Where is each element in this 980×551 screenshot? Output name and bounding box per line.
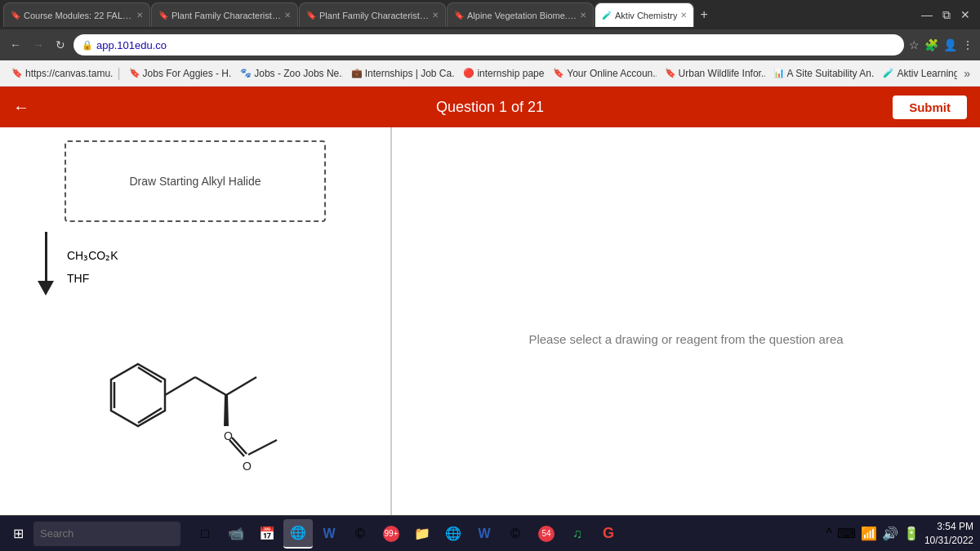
forward-nav-button[interactable]: → [29, 37, 47, 53]
submit-button[interactable]: Submit [893, 96, 967, 119]
back-arrow-button[interactable]: ← [13, 98, 29, 117]
reagent-2[interactable]: THF [67, 267, 118, 290]
system-tray-icon[interactable]: ^ [826, 527, 832, 541]
question-title: Question 1 of 21 [436, 99, 544, 116]
bookmark-jobs-aggies[interactable]: 🔖 Jobs For Aggies - H... [124, 66, 233, 81]
bookmark-icon: 🔖 [553, 68, 564, 78]
tab-icon: 🔖 [158, 11, 168, 20]
right-panel: Please select a drawing or reagent from … [392, 127, 980, 551]
bookmark-label: Urban Wildlife Infor... [679, 68, 765, 79]
menu-icon[interactable]: ⋮ [962, 38, 973, 51]
restore-button[interactable]: ⧉ [939, 7, 954, 24]
taskbar-clock[interactable]: 3:54 PM 10/31/2022 [924, 520, 973, 548]
taskbar-search-input[interactable] [33, 522, 180, 546]
benzene-ring [111, 364, 165, 426]
address-bar-icons: ☆ 🧩 👤 ⋮ [909, 38, 973, 51]
separator: | [117, 66, 120, 81]
tab-close-button[interactable]: ✕ [136, 11, 143, 20]
taskbar-app-chrome2[interactable]: © [501, 519, 530, 549]
tab-plant1[interactable]: 🔖 Plant Family Characteristics - ✕ [151, 2, 298, 27]
chain-c1 [165, 377, 195, 395]
chain-upper [226, 377, 256, 395]
bookmark-icon: 🧪 [883, 68, 894, 78]
refresh-button[interactable]: ↻ [52, 37, 69, 53]
taskbar-app-chrome[interactable]: 🌐 [283, 519, 313, 549]
new-tab-button[interactable]: + [695, 7, 712, 22]
taskbar-app-video[interactable]: 📹 [221, 519, 251, 549]
bookmark-site-suitability[interactable]: 📊 A Site Suitability An... [768, 66, 875, 81]
tab-close-button[interactable]: ✕ [284, 11, 291, 20]
tab-label: Aktiv Chemistry [615, 11, 677, 20]
bookmark-zoo-jobs[interactable]: 🐾 Jobs - Zoo Jobs Ne... [235, 66, 342, 81]
bookmark-star-icon[interactable]: ☆ [909, 38, 920, 51]
tab-alpine[interactable]: 🔖 Alpine Vegetation Biome.pd ✕ [447, 2, 594, 27]
bookmarks-bar: 🔖 https://canvas.tamu... | 🔖 Jobs For Ag… [0, 60, 980, 87]
tab-aktiv-chemistry[interactable]: 🧪 Aktiv Chemistry ✕ [595, 2, 694, 27]
wedge-bond [224, 395, 229, 426]
minimize-button[interactable]: — [918, 7, 936, 23]
taskbar-app-word[interactable]: W [314, 519, 344, 549]
chain-c2 [195, 377, 226, 395]
taskbar-app-calendar[interactable]: 📅 [252, 519, 282, 549]
bookmark-icon: 🔖 [129, 68, 140, 78]
tab-bar: 🔖 Course Modules: 22 FALL RW ✕ 🔖 Plant F… [0, 0, 980, 29]
taskbar-app-word2[interactable]: W [470, 519, 499, 549]
back-nav-button[interactable]: ← [7, 37, 24, 53]
clock-time: 3:54 PM [924, 520, 973, 534]
bookmark-canvas[interactable]: 🔖 https://canvas.tamu... [7, 66, 114, 81]
bookmark-label: Internships | Job Ca... [365, 68, 456, 79]
bookmark-urban-wildlife[interactable]: 🔖 Urban Wildlife Infor... [660, 66, 765, 81]
taskbar-app-folder[interactable]: 📁 [408, 519, 437, 549]
arrow-head [38, 281, 54, 295]
taskbar-app-badge[interactable]: 99+ [376, 519, 406, 549]
reagent-1[interactable]: CH₃CO₂K [67, 244, 118, 267]
taskbar-app-spotify[interactable]: ♫ [563, 519, 592, 549]
product-area: O O [65, 322, 326, 485]
bookmarks-more-button[interactable]: » [960, 65, 973, 82]
carbonyl-oxygen-label: O [243, 460, 252, 473]
bookmark-internship-paper[interactable]: 🔴 internship paper [458, 66, 545, 81]
keyboard-icon[interactable]: ⌨ [837, 526, 856, 541]
tab-plant2[interactable]: 🔖 Plant Family Characteristics - ✕ [299, 2, 446, 27]
taskbar-app-number[interactable]: 54 [532, 519, 561, 549]
taskbar-app-google[interactable]: G [594, 519, 623, 549]
bookmark-icon: 🔖 [665, 68, 676, 78]
bookmark-internships[interactable]: 💼 Internships | Job Ca... [346, 66, 456, 81]
bookmark-icon: 🔴 [463, 68, 474, 78]
profile-icon[interactable]: 👤 [943, 38, 957, 51]
tab-close-button[interactable]: ✕ [680, 11, 687, 20]
taskbar-app-c[interactable]: © [345, 519, 375, 549]
bookmark-label: Your Online Accoun... [567, 68, 656, 79]
draw-box-label: Draw Starting Alkyl Halide [129, 175, 261, 188]
methyl-bond [248, 440, 277, 455]
bookmark-online-account[interactable]: 🔖 Your Online Accoun... [548, 66, 656, 81]
bookmark-icon: 📊 [773, 68, 785, 78]
bookmark-aktiv-learning[interactable]: 🧪 Aktiv Learning [878, 66, 957, 81]
window-controls: — ⧉ ✕ [918, 7, 977, 24]
tab-close-button[interactable]: ✕ [580, 11, 586, 20]
main-area: ← Question 1 of 21 Submit Draw Starting … [0, 87, 980, 551]
wifi-icon[interactable]: 📶 [861, 526, 877, 541]
close-button[interactable]: ✕ [957, 7, 973, 23]
left-panel: Draw Starting Alkyl Halide CH₃CO₂K THF [0, 127, 392, 551]
taskbar-app-file-explorer[interactable]: □ [190, 519, 220, 549]
tab-close-button[interactable]: ✕ [432, 11, 439, 20]
url-text: app.101edu.co [96, 39, 896, 51]
battery-icon[interactable]: 🔋 [903, 526, 920, 541]
tab-icon: 🔖 [11, 11, 20, 20]
windows-start-button[interactable]: ⊞ [7, 522, 30, 544]
bookmark-label: Aktiv Learning [897, 68, 957, 79]
bookmark-label: A Site Suitability An... [787, 68, 875, 79]
bookmark-icon: 🔖 [11, 68, 23, 78]
extension-icon[interactable]: 🧩 [924, 38, 938, 51]
tab-icon: 🧪 [602, 11, 612, 20]
arrow-line [45, 232, 47, 281]
tab-course-modules[interactable]: 🔖 Course Modules: 22 FALL RW ✕ [3, 2, 150, 27]
bookmark-icon: 💼 [351, 68, 363, 78]
url-box[interactable]: 🔒 app.101edu.co [74, 34, 904, 56]
address-bar: ← → ↻ 🔒 app.101edu.co ☆ 🧩 👤 ⋮ [0, 29, 980, 60]
taskbar-app-globe[interactable]: 🌐 [439, 519, 468, 549]
draw-starting-alkyl-halide-box[interactable]: Draw Starting Alkyl Halide [65, 140, 326, 222]
volume-icon[interactable]: 🔊 [882, 526, 898, 541]
clock-date: 10/31/2022 [924, 534, 973, 548]
